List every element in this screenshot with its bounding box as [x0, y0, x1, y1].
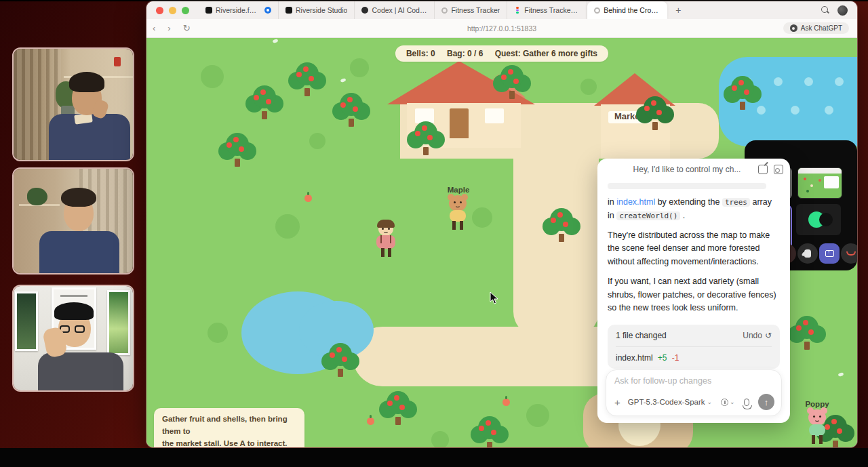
call-screenshare-thumbnail[interactable]	[797, 167, 842, 199]
forward-button[interactable]: ›	[161, 23, 176, 33]
profile-avatar[interactable]	[837, 5, 848, 16]
chat-title: Hey, I'd like to control my ch...	[604, 165, 752, 174]
hud-bells: Bells: 0	[406, 49, 435, 58]
water-ripple	[835, 77, 844, 86]
tree[interactable]	[407, 121, 445, 159]
webcam-video-1	[12, 47, 134, 161]
tree[interactable]	[288, 62, 326, 100]
tab-fitness-tracker[interactable]: Fitness Tracker	[435, 1, 507, 19]
tree[interactable]	[218, 133, 256, 171]
tree[interactable]	[471, 416, 509, 447]
fruit-pickup[interactable]	[367, 418, 374, 425]
tab-riverside-fm[interactable]: Riverside.fm Stu	[199, 1, 279, 19]
effort-selector[interactable]: ⌄	[721, 399, 735, 406]
riverside-icon	[205, 7, 212, 14]
tree[interactable]	[379, 391, 417, 429]
game-hud: Bells: 0 Bag: 0 / 6 Quest: Gather 6 more…	[395, 45, 608, 62]
figma-icon	[514, 7, 521, 14]
raise-hand-button[interactable]	[797, 243, 818, 264]
close-window-button[interactable]	[156, 7, 163, 14]
tab-riverside-studio[interactable]: Riverside Studio	[279, 1, 355, 19]
tree[interactable]	[245, 85, 283, 123]
hand-icon	[804, 249, 811, 258]
scrolled-text-remnant	[608, 183, 766, 189]
npc-poppy-label: Poppy	[793, 400, 841, 408]
grass-spot	[201, 65, 224, 88]
index-html-link[interactable]: index.html	[616, 197, 655, 207]
webcam-video-2	[12, 167, 134, 275]
tree[interactable]	[636, 96, 674, 134]
search-icon[interactable]	[821, 6, 829, 14]
edit-icon[interactable]	[758, 165, 768, 174]
chat-composer: + GPT-5.3-Codex-Spark ⌄ ⌄ ↑	[606, 369, 782, 416]
codex-chat-panel: Hey, I'd like to control my ch... in ind…	[597, 159, 790, 423]
webcam3-frame-right	[107, 290, 130, 355]
history-icon[interactable]	[774, 165, 783, 174]
path-bottom	[353, 327, 601, 386]
file-change-card: 1 file changed Undo ↺ index.html +5 -1	[608, 325, 780, 369]
mic-icon[interactable]	[744, 399, 749, 406]
globe-icon	[441, 7, 448, 14]
attach-button[interactable]: +	[614, 397, 620, 408]
sparkle	[837, 372, 844, 377]
grass-spot	[580, 79, 597, 95]
zoom-window-button[interactable]	[182, 7, 189, 14]
tab-fitness-tracker-figma[interactable]: Fitness Tracker – Fig	[507, 1, 587, 19]
house-door	[450, 108, 469, 138]
fruit-pickup[interactable]	[304, 195, 312, 202]
share-screen-icon	[825, 250, 834, 257]
mouse-cursor-icon	[490, 291, 499, 305]
tab-behind-the-crossing[interactable]: Behind the Crossing	[587, 1, 667, 19]
changed-filename[interactable]: index.html	[616, 353, 653, 363]
webcam1-figurine	[114, 57, 121, 66]
share-screen-button[interactable]	[819, 243, 840, 264]
tab-codex[interactable]: Codex | AI Coding Pa	[355, 1, 435, 19]
water-ripple	[825, 106, 833, 115]
code-chip-createworld: createWorld()	[616, 211, 680, 220]
fruit-pickup[interactable]	[502, 399, 510, 406]
tree[interactable]	[788, 316, 826, 354]
undo-button[interactable]: Undo ↺	[743, 331, 772, 340]
model-selector[interactable]: GPT-5.3-Codex-Spark ⌄	[628, 398, 712, 406]
participant-avatar-overlay	[819, 213, 833, 226]
house-window	[485, 108, 504, 123]
call-participant-avatar-tile[interactable]	[796, 204, 841, 235]
recording-badge-icon	[264, 7, 271, 14]
end-call-button[interactable]	[841, 243, 857, 264]
chat-paragraph-1: in index.html by extending the trees arr…	[608, 196, 780, 223]
grass-spot	[526, 404, 549, 427]
grass-spot	[309, 133, 326, 149]
url-field[interactable]: http://127.0.0.1:51833	[467, 24, 536, 33]
browser-window: Riverside.fm Stu Riverside Studio Codex …	[146, 1, 857, 447]
hud-quest: Quest: Gather 6 more gifts	[495, 49, 597, 58]
grass-spot	[350, 58, 369, 77]
tree[interactable]	[332, 93, 370, 131]
chevron-down-icon: ⌄	[730, 399, 735, 405]
game-viewport[interactable]: Market	[146, 38, 857, 447]
grass-spot	[275, 214, 300, 239]
chatgpt-logo-icon	[790, 24, 797, 32]
letterbox-bottom	[0, 448, 868, 467]
water-ripple	[774, 77, 783, 86]
tree[interactable]	[724, 76, 762, 114]
chat-paragraph-2: They're distributed across the map to ma…	[608, 229, 780, 269]
followup-input[interactable]	[614, 376, 774, 386]
globe-icon	[594, 7, 600, 14]
reload-button[interactable]: ↻	[177, 23, 197, 33]
minimize-window-button[interactable]	[169, 7, 176, 14]
tree[interactable]	[493, 65, 531, 103]
codex-icon	[361, 7, 368, 14]
window-controls[interactable]	[156, 7, 189, 14]
glasses-icon	[75, 325, 85, 333]
deletions-count: -1	[672, 353, 679, 363]
send-button[interactable]: ↑	[758, 394, 774, 410]
sparkle	[272, 39, 278, 43]
tree[interactable]	[542, 208, 580, 246]
new-tab-button[interactable]: +	[667, 5, 689, 16]
browser-nav-bar: ‹ › ↻ http://127.0.0.1:51833 Ask ChatGPT	[146, 19, 857, 38]
back-button[interactable]: ‹	[146, 23, 161, 33]
ask-chatgpt-button[interactable]: Ask ChatGPT	[783, 22, 849, 34]
tree[interactable]	[321, 343, 359, 381]
water-ripple	[804, 77, 813, 86]
grass-spot	[208, 323, 228, 343]
